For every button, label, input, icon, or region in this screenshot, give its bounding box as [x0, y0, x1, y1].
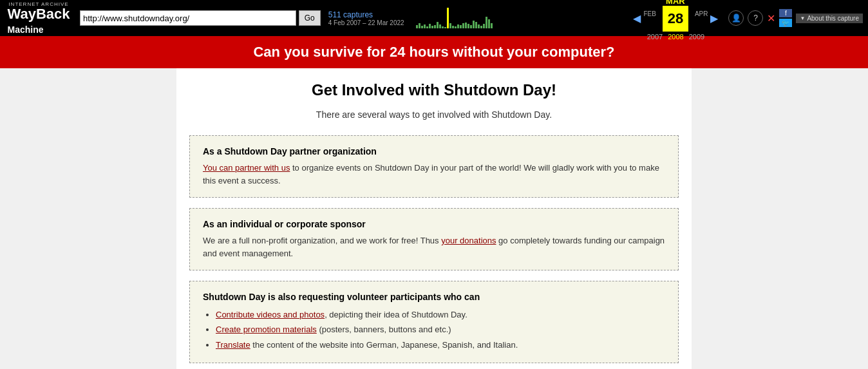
active-month: MAR — [666, 0, 685, 6]
spark-bar — [467, 24, 469, 28]
spark-bar — [455, 26, 457, 28]
translate-link[interactable]: Translate — [216, 340, 250, 350]
prev-arrow[interactable]: ◀ — [633, 12, 641, 24]
calendar-nav: ◀ FEB MAR 28 APR 2007 2008 2009 ▶ — [628, 0, 723, 36]
year-2009[interactable]: 2009 — [689, 33, 704, 41]
spark-bar — [437, 22, 439, 28]
next-arrow[interactable]: ▶ — [710, 12, 718, 24]
spark-bar — [478, 24, 480, 28]
sponsor-box-text: We are a full non-profit organization, a… — [203, 234, 665, 260]
spark-bar — [470, 25, 472, 28]
translate-body: the content of the website into German, … — [250, 340, 518, 350]
wayback-logo[interactable]: WayBack Machine — [7, 7, 70, 35]
wayback-toolbar: INTERNET ARCHIVE WayBack Machine Go 511 … — [0, 0, 868, 36]
spark-bar — [421, 26, 423, 28]
spark-bar-highlight — [447, 8, 449, 28]
spark-bar — [457, 24, 459, 28]
active-day: 28 — [663, 6, 688, 32]
volunteer-list: Contribute videos and photos, depicting … — [216, 307, 665, 352]
page-subtitle: There are several ways to get involved w… — [189, 109, 679, 120]
spark-bar — [465, 23, 467, 28]
year-2008-active[interactable]: 2008 — [668, 33, 683, 41]
list-item: Translate the content of the website int… — [216, 337, 665, 352]
spark-bar — [486, 17, 487, 28]
videos-photos-link[interactable]: Contribute videos and photos — [216, 310, 325, 319]
partner-box-title: As a Shutdown Day partner organization — [203, 146, 665, 156]
spark-bar — [488, 19, 490, 28]
spark-bar — [429, 24, 431, 28]
spark-bar — [480, 26, 482, 28]
spark-bar — [473, 21, 475, 28]
spark-bar — [475, 22, 477, 28]
partner-box-text: You can partner with us to organize even… — [203, 162, 665, 187]
list-item: Contribute videos and photos, depicting … — [216, 307, 665, 322]
user-icon[interactable]: 👤 — [728, 10, 744, 26]
spark-bar — [442, 26, 444, 28]
videos-photos-body: , depicting their idea of Shutdown Day. — [325, 310, 467, 319]
partner-box: As a Shutdown Day partner organization Y… — [189, 135, 679, 198]
spark-bar — [431, 26, 433, 28]
spark-bar — [449, 23, 451, 28]
main-content: Get Involved with Shutdown Day! There ar… — [176, 68, 692, 369]
spark-bar — [424, 24, 426, 28]
spark-bar — [483, 24, 485, 28]
spark-bar — [444, 27, 446, 28]
help-icon[interactable]: ? — [748, 10, 763, 26]
year-apr: APR — [695, 10, 708, 17]
promotion-body: (posters, banners, buttons and etc.) — [317, 325, 451, 334]
spark-bar — [434, 25, 436, 28]
promotion-link[interactable]: Create promotion materials — [216, 325, 317, 334]
social-buttons: f 🐦 — [779, 9, 792, 27]
captures-date: 4 Feb 2007 – 22 Mar 2022 — [328, 19, 404, 26]
volunteer-box-title: Shutdown Day is also requesting voluntee… — [203, 292, 665, 302]
sponsor-box-title: As an individual or corporate sponsor — [203, 219, 665, 229]
url-bar-area: Go 511 captures 4 Feb 2007 – 22 Mar 2022 — [77, 0, 628, 36]
year-feb: FEB — [643, 10, 656, 17]
captures-link[interactable]: 511 captures — [328, 10, 373, 19]
facebook-button[interactable]: f — [779, 9, 792, 17]
url-input[interactable] — [80, 10, 296, 26]
about-capture-button[interactable]: About this capture — [796, 14, 863, 23]
logo-machine: Machine — [7, 24, 43, 35]
spark-bar — [462, 23, 464, 28]
go-button[interactable]: Go — [299, 10, 321, 26]
sponsor-body-before: We are a full non-profit organization, a… — [203, 236, 441, 245]
list-item: Create promotion materials (posters, ban… — [216, 322, 665, 337]
volunteer-box: Shutdown Day is also requesting voluntee… — [189, 281, 679, 363]
sparkline-chart — [416, 5, 626, 31]
sponsor-box: As an individual or corporate sponsor We… — [189, 208, 679, 270]
main-banner: Can you survive for 24 hours without you… — [0, 36, 868, 68]
spark-bar — [416, 25, 418, 28]
twitter-button[interactable]: 🐦 — [779, 19, 792, 27]
logo-wayback: WayBack — [7, 6, 70, 22]
captures-area: 511 captures 4 Feb 2007 – 22 Mar 2022 — [323, 8, 413, 29]
toolbar-icons: 👤 ? ✕ f 🐦 About this capture — [723, 0, 868, 36]
year-2007[interactable]: 2007 — [647, 33, 663, 41]
spark-bar — [452, 26, 454, 28]
spark-bar — [439, 24, 441, 28]
partner-link[interactable]: You can partner with us — [203, 163, 290, 173]
page-title: Get Involved with Shutdown Day! — [189, 81, 679, 99]
spark-bar — [426, 26, 428, 28]
logo-area: INTERNET ARCHIVE WayBack Machine — [0, 0, 77, 36]
close-icon[interactable]: ✕ — [767, 12, 775, 24]
donations-link[interactable]: your donations — [441, 236, 496, 245]
spark-bar — [491, 23, 493, 28]
spark-bar — [419, 23, 420, 28]
spark-bar — [460, 25, 462, 28]
